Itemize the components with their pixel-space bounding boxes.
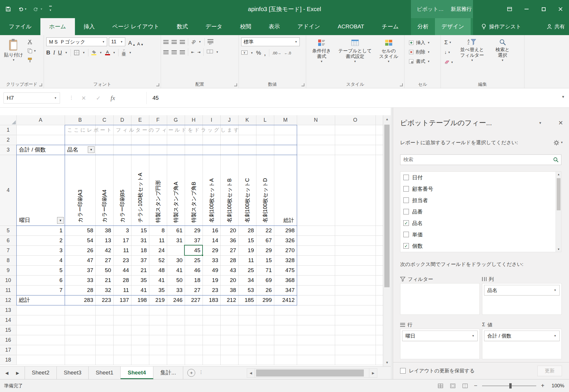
font-name-combo[interactable]: ＭＳ Ｐゴシック▼ <box>46 37 107 46</box>
cell-O6[interactable] <box>335 235 376 245</box>
cell-G12[interactable]: 246 <box>167 295 185 305</box>
cell-D4[interactable]: カラー印刷B5 <box>113 155 131 226</box>
cell-L7[interactable]: 29 <box>256 245 274 255</box>
cell-O15[interactable] <box>335 325 376 335</box>
row-header-14[interactable]: 14 <box>0 315 16 325</box>
format-cells-button[interactable]: 書式▼ <box>407 57 438 66</box>
cell-D14[interactable] <box>113 315 131 325</box>
cell-B4[interactable]: カラー印刷A3 <box>65 155 95 226</box>
field-item-6[interactable]: 単価 <box>400 229 556 240</box>
cell-I3[interactable] <box>203 145 220 155</box>
cell-B15[interactable] <box>65 325 95 335</box>
field-checkbox-3[interactable] <box>403 197 409 203</box>
cell-A14[interactable] <box>16 315 65 325</box>
cell-B2[interactable] <box>65 135 95 145</box>
vertical-scroll-thumb[interactable] <box>384 125 390 287</box>
increase-decimal-button[interactable]: .00→ <box>272 51 281 55</box>
cell-O7[interactable] <box>335 245 376 255</box>
row-header-6[interactable]: 6 <box>0 235 16 245</box>
cell-J2[interactable] <box>220 135 238 145</box>
cell-J7[interactable]: 27 <box>220 245 238 255</box>
column-header-N[interactable]: N <box>297 115 335 125</box>
decrease-indent-button[interactable]: ⇤ <box>191 50 194 54</box>
cell-G8[interactable]: 30 <box>167 255 185 265</box>
cell-M9[interactable]: 475 <box>274 265 297 275</box>
cell-L2[interactable] <box>256 135 274 145</box>
cell-L12[interactable]: 299 <box>256 295 274 305</box>
column-header-M[interactable]: M <box>274 115 297 125</box>
ribbon-tab-view[interactable]: 表示 <box>260 18 289 35</box>
field-item-1[interactable]: 日付 <box>400 172 556 183</box>
new-sheet-button[interactable]: + <box>187 369 195 377</box>
cell-F16[interactable] <box>149 335 167 345</box>
cell-N10[interactable] <box>297 275 335 285</box>
insert-cells-button[interactable]: 挿入▼ <box>407 38 438 47</box>
ribbon-tab-team[interactable]: チーム <box>373 18 407 35</box>
sheet-nav-next-button[interactable]: ▶ <box>16 371 19 375</box>
cell-J6[interactable]: 36 <box>220 235 238 245</box>
cell-A15[interactable] <box>16 325 65 335</box>
cell-I6[interactable]: 14 <box>203 235 220 245</box>
phonetic-guide-button[interactable]: ア亜 <box>121 49 126 56</box>
cell-F13[interactable] <box>149 305 167 315</box>
cell-L6[interactable]: 67 <box>256 235 274 245</box>
cell-A1[interactable] <box>16 125 65 135</box>
cell-C14[interactable] <box>95 315 113 325</box>
cell-G6[interactable]: 31 <box>167 235 185 245</box>
maximize-button[interactable] <box>535 0 552 18</box>
cell-L18[interactable] <box>256 355 274 365</box>
cell-O4[interactable] <box>335 155 376 226</box>
cell-B7[interactable]: 26 <box>65 245 95 255</box>
cell-B9[interactable]: 37 <box>65 265 95 275</box>
cell-K17[interactable] <box>238 345 256 355</box>
cell-G4[interactable]: 特製スタンプ角A <box>167 155 185 226</box>
cell-D15[interactable] <box>113 325 131 335</box>
cell-L16[interactable] <box>256 335 274 345</box>
cell-A12[interactable]: 総計 <box>16 295 65 305</box>
scroll-left-button[interactable]: ◀ <box>247 368 255 378</box>
cell-A16[interactable] <box>16 335 65 345</box>
cell-C7[interactable]: 42 <box>95 245 113 255</box>
cell-J14[interactable] <box>220 315 238 325</box>
cell-C10[interactable]: 21 <box>95 275 113 285</box>
cell-C6[interactable]: 13 <box>95 235 113 245</box>
field-item-2[interactable]: 顧客番号 <box>400 183 556 195</box>
cell-G17[interactable] <box>167 345 185 355</box>
cell-M16[interactable] <box>274 335 297 345</box>
ribbon-tab-home[interactable]: ホーム <box>40 18 75 35</box>
cell-I13[interactable] <box>203 305 220 315</box>
cell-I2[interactable] <box>203 135 220 145</box>
cell-A6[interactable]: 2 <box>16 235 65 245</box>
zoom-out-button[interactable]: − <box>473 382 478 389</box>
row-header-1[interactable]: 1 <box>0 125 16 135</box>
horizontal-scroll-thumb[interactable] <box>256 369 364 376</box>
cell-M8[interactable]: 328 <box>274 255 297 265</box>
cell-G2[interactable] <box>167 135 185 145</box>
format-as-table-button[interactable]: テーブルとして 書式設定▼ <box>337 37 373 79</box>
cell-E6[interactable]: 31 <box>131 235 149 245</box>
cell-E17[interactable] <box>131 345 149 355</box>
pane-options-button[interactable]: ▼ <box>539 121 542 125</box>
cell-F9[interactable]: 48 <box>149 265 167 275</box>
row-header-18[interactable]: 18 <box>0 355 16 365</box>
cell-K5[interactable]: 28 <box>238 226 256 235</box>
sheet-tab-2[interactable]: Sheet3 <box>57 367 89 379</box>
cell-L1[interactable] <box>256 125 274 135</box>
cell-C8[interactable]: 27 <box>95 255 113 265</box>
ribbon-tab-acrobat[interactable]: ACROBAT <box>329 18 373 35</box>
cell-B12[interactable]: 283 <box>65 295 95 305</box>
cell-O8[interactable] <box>335 255 376 265</box>
pane-close-button[interactable]: ✕ <box>558 119 563 126</box>
cell-H7[interactable]: 45 <box>185 245 203 255</box>
align-right-button[interactable] <box>180 50 185 54</box>
cell-I8[interactable]: 33 <box>203 255 220 265</box>
row-header-8[interactable]: 8 <box>0 255 16 265</box>
cell-D10[interactable]: 28 <box>113 275 131 285</box>
cell-C16[interactable] <box>95 335 113 345</box>
cell-H9[interactable]: 46 <box>185 265 203 275</box>
values-area[interactable]: 合計 / 個数▼ <box>482 329 562 359</box>
cell-K18[interactable] <box>238 355 256 365</box>
cell-N14[interactable] <box>297 315 335 325</box>
cell-F7[interactable]: 24 <box>149 245 167 255</box>
cell-L8[interactable]: 15 <box>256 255 274 265</box>
